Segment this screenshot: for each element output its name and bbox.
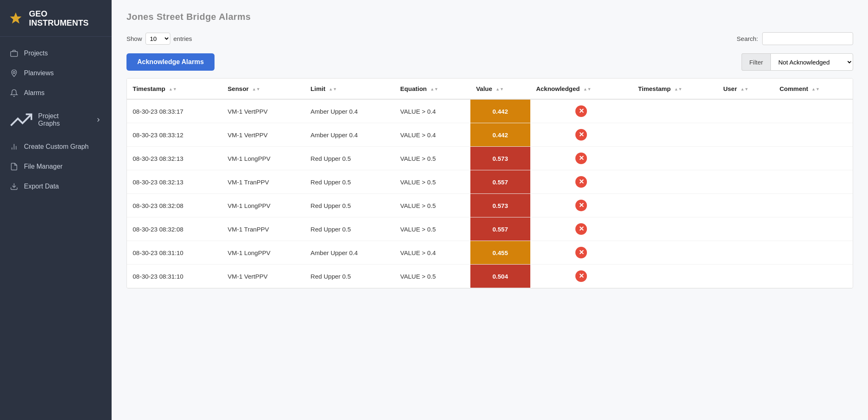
cell-user bbox=[718, 147, 774, 170]
cell-ack-timestamp bbox=[632, 123, 718, 147]
cell-timestamp: 08-30-23 08:32:13 bbox=[127, 147, 222, 170]
cell-value: 0.557 bbox=[470, 217, 530, 241]
col-acknowledged: Acknowledged ▲▼ bbox=[530, 79, 632, 99]
cell-limit: Red Upper 0.5 bbox=[305, 147, 394, 170]
cell-comment bbox=[774, 99, 853, 123]
not-acknowledged-icon: ✕ bbox=[575, 270, 587, 282]
sort-icon-timestamp[interactable]: ▲▼ bbox=[169, 87, 177, 91]
col-limit: Limit ▲▼ bbox=[305, 79, 394, 99]
cell-sensor: VM-1 LongPPV bbox=[222, 241, 305, 265]
cell-equation: VALUE > 0.4 bbox=[394, 99, 470, 123]
sidebar-item-alarms[interactable]: Alarms bbox=[0, 83, 112, 103]
cell-acknowledged: ✕ bbox=[530, 217, 632, 241]
map-pin-icon bbox=[10, 69, 18, 77]
cell-ack-timestamp bbox=[632, 241, 718, 265]
col-equation: Equation ▲▼ bbox=[394, 79, 470, 99]
sort-icon-equation[interactable]: ▲▼ bbox=[430, 87, 439, 91]
sort-icon-ack-timestamp[interactable]: ▲▼ bbox=[674, 87, 682, 91]
download-icon bbox=[10, 182, 18, 191]
cell-acknowledged: ✕ bbox=[530, 265, 632, 288]
cell-acknowledged: ✕ bbox=[530, 99, 632, 123]
cell-equation: VALUE > 0.5 bbox=[394, 147, 470, 170]
sort-icon-user[interactable]: ▲▼ bbox=[740, 87, 749, 91]
not-acknowledged-icon: ✕ bbox=[575, 223, 587, 235]
cell-value: 0.573 bbox=[470, 194, 530, 217]
trending-up-icon bbox=[10, 109, 32, 131]
table-row: 08-30-23 08:31:10 VM-1 VertPPV Red Upper… bbox=[127, 265, 853, 288]
sort-icon-limit[interactable]: ▲▼ bbox=[329, 87, 337, 91]
cell-sensor: VM-1 VertPPV bbox=[222, 99, 305, 123]
cell-equation: VALUE > 0.4 bbox=[394, 123, 470, 147]
sort-icon-comment[interactable]: ▲▼ bbox=[811, 87, 820, 91]
alarms-table: Timestamp ▲▼ Sensor ▲▼ Limit ▲▼ Equation… bbox=[127, 79, 853, 288]
table-header-row: Timestamp ▲▼ Sensor ▲▼ Limit ▲▼ Equation… bbox=[127, 79, 853, 99]
table-row: 08-30-23 08:32:13 VM-1 LongPPV Red Upper… bbox=[127, 147, 853, 170]
search-label: Search: bbox=[737, 35, 758, 42]
sidebar-item-export-data[interactable]: Export Data bbox=[0, 177, 112, 196]
show-entries-select[interactable]: 10 25 50 100 bbox=[145, 33, 170, 45]
sort-icon-value[interactable]: ▲▼ bbox=[496, 87, 504, 91]
cell-ack-timestamp bbox=[632, 147, 718, 170]
cell-equation: VALUE > 0.5 bbox=[394, 265, 470, 288]
cell-value: 0.442 bbox=[470, 123, 530, 147]
cell-ack-timestamp bbox=[632, 265, 718, 288]
cell-timestamp: 08-30-23 08:32:13 bbox=[127, 170, 222, 194]
col-comment: Comment ▲▼ bbox=[774, 79, 853, 99]
cell-acknowledged: ✕ bbox=[530, 194, 632, 217]
controls-row: Show 10 25 50 100 entries Search: bbox=[126, 32, 853, 45]
cell-comment bbox=[774, 217, 853, 241]
not-acknowledged-icon: ✕ bbox=[575, 105, 587, 117]
col-user: User ▲▼ bbox=[718, 79, 774, 99]
action-row: Acknowledge Alarms Filter Not Acknowledg… bbox=[126, 53, 853, 71]
cell-comment bbox=[774, 265, 853, 288]
chevron-right-icon bbox=[95, 117, 102, 123]
not-acknowledged-icon: ✕ bbox=[575, 129, 587, 141]
search-input[interactable] bbox=[762, 32, 853, 45]
table-row: 08-30-23 08:33:17 VM-1 VertPPV Amber Upp… bbox=[127, 99, 853, 123]
acknowledge-alarms-button[interactable]: Acknowledge Alarms bbox=[126, 53, 215, 71]
not-acknowledged-icon: ✕ bbox=[575, 200, 587, 211]
col-timestamp: Timestamp ▲▼ bbox=[127, 79, 222, 99]
cell-limit: Red Upper 0.5 bbox=[305, 170, 394, 194]
table-row: 08-30-23 08:32:08 VM-1 TranPPV Red Upper… bbox=[127, 217, 853, 241]
cell-equation: VALUE > 0.5 bbox=[394, 217, 470, 241]
cell-comment bbox=[774, 194, 853, 217]
not-acknowledged-icon: ✕ bbox=[575, 247, 587, 258]
sidebar-item-file-manager[interactable]: File Manager bbox=[0, 157, 112, 177]
cell-acknowledged: ✕ bbox=[530, 147, 632, 170]
filter-select[interactable]: Not Acknowledged Acknowledged All bbox=[770, 53, 853, 71]
sort-icon-acknowledged[interactable]: ▲▼ bbox=[583, 87, 591, 91]
bar-chart-icon bbox=[10, 143, 18, 151]
geo-instruments-logo-icon bbox=[8, 11, 23, 26]
cell-ack-timestamp bbox=[632, 194, 718, 217]
table-row: 08-30-23 08:32:13 VM-1 TranPPV Red Upper… bbox=[127, 170, 853, 194]
cell-user bbox=[718, 99, 774, 123]
cell-ack-timestamp bbox=[632, 170, 718, 194]
cell-acknowledged: ✕ bbox=[530, 170, 632, 194]
cell-ack-timestamp bbox=[632, 217, 718, 241]
col-value: Value ▲▼ bbox=[470, 79, 530, 99]
file-icon bbox=[10, 162, 18, 171]
svg-point-3 bbox=[13, 72, 15, 74]
cell-timestamp: 08-30-23 08:33:12 bbox=[127, 123, 222, 147]
cell-sensor: VM-1 TranPPV bbox=[222, 217, 305, 241]
col-sensor: Sensor ▲▼ bbox=[222, 79, 305, 99]
cell-limit: Amber Upper 0.4 bbox=[305, 99, 394, 123]
sidebar-item-create-custom-graph[interactable]: Create Custom Graph bbox=[0, 137, 112, 157]
show-entries-control: Show 10 25 50 100 entries bbox=[126, 33, 192, 45]
cell-timestamp: 08-30-23 08:33:17 bbox=[127, 99, 222, 123]
cell-sensor: VM-1 TranPPV bbox=[222, 170, 305, 194]
logo: GEO INSTRUMENTS bbox=[0, 0, 112, 37]
svg-rect-2 bbox=[11, 52, 18, 57]
sidebar-item-planviews[interactable]: Planviews bbox=[0, 63, 112, 83]
cell-limit: Amber Upper 0.4 bbox=[305, 123, 394, 147]
sidebar-item-project-graphs[interactable]: Project Graphs bbox=[0, 103, 112, 137]
cell-user bbox=[718, 217, 774, 241]
cell-timestamp: 08-30-23 08:32:08 bbox=[127, 217, 222, 241]
sidebar-item-projects[interactable]: Projects bbox=[0, 43, 112, 63]
cell-comment bbox=[774, 241, 853, 265]
cell-comment bbox=[774, 170, 853, 194]
bell-icon bbox=[10, 89, 18, 97]
sort-icon-sensor[interactable]: ▲▼ bbox=[252, 87, 260, 91]
cell-sensor: VM-1 VertPPV bbox=[222, 123, 305, 147]
